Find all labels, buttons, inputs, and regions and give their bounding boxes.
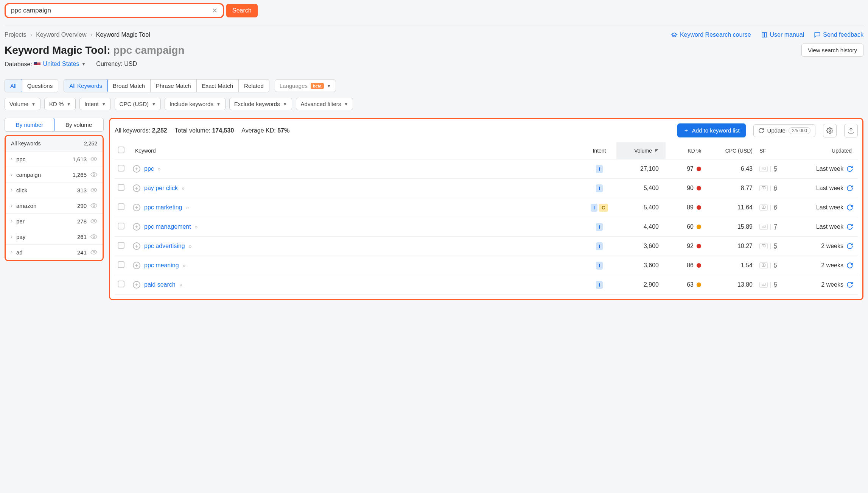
add-keyword-icon[interactable]: + — [133, 242, 140, 250]
tab-phrase-match[interactable]: Phrase Match — [151, 80, 197, 92]
col-intent[interactable]: Intent — [582, 148, 616, 154]
tab-all[interactable]: All — [5, 79, 22, 92]
export-button[interactable] — [844, 124, 858, 137]
col-updated[interactable]: Updated — [790, 148, 855, 154]
cell-sf[interactable]: 6 — [774, 204, 777, 211]
filter-volume[interactable]: Volume▼ — [5, 98, 40, 110]
tab-related[interactable]: Related — [239, 80, 269, 92]
serp-snapshot-icon[interactable] — [759, 185, 768, 191]
keyword-link[interactable]: ppc meaning — [144, 262, 179, 269]
filter-cpc[interactable]: CPC (USD)▼ — [115, 98, 161, 110]
expand-icon[interactable]: » — [182, 185, 185, 191]
refresh-row-icon[interactable] — [846, 262, 853, 269]
keyword-link[interactable]: pay per click — [144, 185, 178, 192]
tab-exact-match[interactable]: Exact Match — [197, 80, 239, 92]
sidebar-item[interactable]: › pay 261 — [6, 229, 103, 245]
row-checkbox[interactable] — [118, 184, 124, 191]
eye-icon[interactable] — [90, 202, 97, 209]
link-course[interactable]: Keyword Research course — [671, 31, 751, 38]
keyword-link[interactable]: ppc — [144, 165, 154, 172]
cell-sf[interactable]: 7 — [774, 223, 777, 230]
refresh-row-icon[interactable] — [846, 165, 853, 172]
sidebar-item[interactable]: › click 313 — [6, 183, 103, 198]
cell-sf[interactable]: 5 — [774, 165, 777, 172]
col-sf[interactable]: SF — [753, 148, 790, 154]
keyword-link[interactable]: paid search — [144, 281, 176, 288]
view-history-button[interactable]: View search history — [801, 44, 863, 57]
keyword-link[interactable]: ppc marketing — [144, 204, 182, 211]
eye-icon[interactable] — [90, 171, 97, 178]
filter-intent[interactable]: Intent▼ — [79, 98, 110, 110]
row-checkbox[interactable] — [118, 223, 124, 229]
add-to-list-button[interactable]: ＋ Add to keyword list — [677, 123, 746, 137]
breadcrumb-overview[interactable]: Keyword Overview — [36, 31, 86, 38]
search-input[interactable] — [11, 7, 212, 14]
sort-by-number[interactable]: By number — [5, 118, 54, 132]
refresh-row-icon[interactable] — [846, 204, 853, 211]
clear-icon[interactable]: ✕ — [212, 6, 218, 15]
eye-icon[interactable] — [90, 233, 97, 240]
sidebar-item[interactable]: › campaign 1,265 — [6, 167, 103, 183]
link-manual[interactable]: User manual — [761, 31, 804, 38]
refresh-row-icon[interactable] — [846, 281, 853, 288]
languages-select[interactable]: Languages beta ▼ — [275, 80, 336, 92]
tab-all-keywords[interactable]: All Keywords — [64, 79, 108, 92]
cell-sf[interactable]: 5 — [774, 281, 777, 288]
row-checkbox[interactable] — [118, 242, 124, 249]
filter-advanced[interactable]: Advanced filters▼ — [296, 98, 353, 110]
cell-sf[interactable]: 6 — [774, 185, 777, 192]
search-button[interactable]: Search — [226, 4, 258, 17]
refresh-row-icon[interactable] — [846, 243, 853, 250]
sidebar-item[interactable]: › amazon 290 — [6, 198, 103, 214]
add-keyword-icon[interactable]: + — [133, 165, 140, 173]
keyword-link[interactable]: ppc management — [144, 223, 191, 230]
row-checkbox[interactable] — [118, 203, 124, 210]
col-kd[interactable]: KD % — [666, 148, 707, 154]
tab-broad-match[interactable]: Broad Match — [107, 80, 151, 92]
sort-by-volume[interactable]: By volume — [54, 118, 103, 131]
row-checkbox[interactable] — [118, 165, 124, 172]
eye-icon[interactable] — [90, 249, 97, 256]
serp-snapshot-icon[interactable] — [759, 282, 768, 288]
serp-snapshot-icon[interactable] — [759, 204, 768, 211]
expand-icon[interactable]: » — [179, 282, 182, 288]
sidebar-item[interactable]: › ppc 1,613 — [6, 151, 103, 167]
breadcrumb-projects[interactable]: Projects — [5, 31, 26, 38]
serp-snapshot-icon[interactable] — [759, 243, 768, 249]
expand-icon[interactable]: » — [158, 166, 161, 172]
eye-icon[interactable] — [90, 156, 97, 162]
expand-icon[interactable]: » — [195, 224, 198, 230]
row-checkbox[interactable] — [118, 281, 124, 287]
add-keyword-icon[interactable]: + — [133, 204, 140, 211]
serp-snapshot-icon[interactable] — [759, 262, 768, 268]
expand-icon[interactable]: » — [189, 243, 192, 249]
cell-sf[interactable]: 5 — [774, 262, 777, 269]
col-cpc[interactable]: CPC (USD) — [707, 148, 753, 154]
col-keyword[interactable]: Keyword — [133, 148, 582, 154]
update-button[interactable]: Update 2/5,000 — [753, 124, 815, 137]
add-keyword-icon[interactable]: + — [133, 262, 140, 269]
keyword-link[interactable]: ppc advertising — [144, 243, 185, 250]
expand-icon[interactable]: » — [186, 204, 189, 211]
link-feedback[interactable]: Send feedback — [814, 31, 863, 38]
refresh-row-icon[interactable] — [846, 185, 853, 192]
expand-icon[interactable]: » — [183, 262, 186, 268]
add-keyword-icon[interactable]: + — [133, 184, 140, 192]
sidebar-item[interactable]: › ad 241 — [6, 245, 103, 260]
filter-kd[interactable]: KD %▼ — [44, 98, 76, 110]
eye-icon[interactable] — [90, 187, 97, 193]
settings-button[interactable] — [823, 124, 837, 137]
select-all-checkbox[interactable] — [118, 147, 124, 153]
row-checkbox[interactable] — [118, 261, 124, 268]
cell-sf[interactable]: 5 — [774, 243, 777, 250]
filter-include[interactable]: Include keywords▼ — [165, 98, 226, 110]
sidebar-item[interactable]: › per 278 — [6, 214, 103, 229]
refresh-row-icon[interactable] — [846, 223, 853, 230]
add-keyword-icon[interactable]: + — [133, 223, 140, 231]
serp-snapshot-icon[interactable] — [759, 166, 768, 172]
add-keyword-icon[interactable]: + — [133, 281, 140, 289]
tab-questions[interactable]: Questions — [22, 80, 58, 92]
serp-snapshot-icon[interactable] — [759, 224, 768, 230]
filter-exclude[interactable]: Exclude keywords▼ — [229, 98, 292, 110]
database-select[interactable]: United States ▼ — [34, 61, 86, 67]
